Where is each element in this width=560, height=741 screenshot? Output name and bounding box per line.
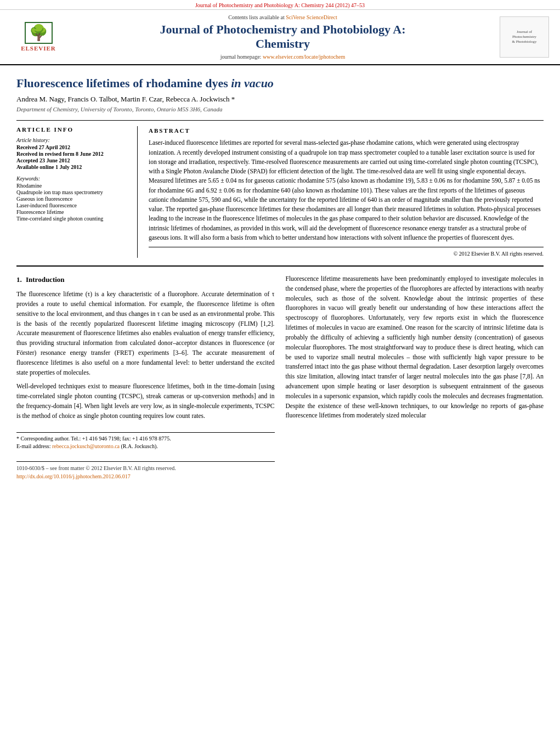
homepage-line: journal homepage: www.elsevier.com/locat… <box>66 54 500 60</box>
article-affiliation: Department of Chemistry, University of T… <box>16 106 544 112</box>
citation-text: Journal of Photochemistry and Photobiolo… <box>195 2 365 8</box>
footnote-email-link[interactable]: rebecca.jockusch@utoronto.ca <box>52 443 121 449</box>
homepage-url-link[interactable]: www.elsevier.com/locate/jphotochem <box>263 54 345 60</box>
article-authors: Andrea M. Nagy, Francis O. Talbot, Marti… <box>16 95 544 104</box>
article-info-label: ARTICLE INFO <box>16 126 126 133</box>
keyword-2: Gaseous ion fluorescence <box>16 196 126 202</box>
footer-rights: 1010-6030/$ – see front matter © 2012 El… <box>16 464 275 473</box>
footnote-email: E-mail address: rebecca.jockusch@utoront… <box>16 443 275 450</box>
body-two-col: 1. Introduction The fluorescence lifetim… <box>16 274 544 481</box>
available-date: Available online 1 July 2012 <box>16 164 126 170</box>
keyword-3: Laser-induced fluorescence <box>16 202 126 208</box>
journal-header: 🌳 ELSEVIER Contents lists available at S… <box>0 10 560 65</box>
section1-num: 1. <box>16 275 22 284</box>
accepted-date: Accepted 23 June 2012 <box>16 157 126 163</box>
body-left-para-1: Well-developed techniques exist to measu… <box>16 382 275 421</box>
keyword-1: Quadrupole ion trap mass spectrometry <box>16 189 126 195</box>
keyword-5: Time-correlated single photon counting <box>16 216 126 222</box>
article-title: Fluorescence lifetimes of rhodamine dyes… <box>16 76 544 90</box>
elsevier-tree-icon: 🌳 <box>29 25 48 41</box>
history-label: Article history: <box>16 137 126 143</box>
elsevier-logo-box: 🌳 <box>25 22 53 44</box>
footer-doi-link[interactable]: http://dx.doi.org/10.1016/j.jphotochem.2… <box>16 473 131 479</box>
copyright-line: © 2012 Elsevier B.V. All rights reserved… <box>149 247 544 258</box>
received-revised-date: Received in revised form 8 June 2012 <box>16 151 126 157</box>
body-left-para-0: The fluorescence lifetime (τ) is a key c… <box>16 290 275 377</box>
journal-mini-title: Journal of Photochemistry & Photobiology <box>512 30 537 44</box>
article-info-col: ARTICLE INFO Article history: Received 2… <box>16 126 126 258</box>
journal-logo-right: Journal of Photochemistry & Photobiology <box>500 16 549 58</box>
sciverse-link[interactable]: SciVerse ScienceDirect <box>286 14 337 20</box>
elsevier-logo-area: 🌳 ELSEVIER <box>11 22 66 52</box>
section1-title: Introduction <box>26 275 65 284</box>
footnote-area: * Corresponding author. Tel.: +1 416 946… <box>16 432 275 450</box>
keywords-block: Keywords: Rhodamine Quadrupole ion trap … <box>16 176 126 222</box>
journal-citation-bar: Journal of Photochemistry and Photobiolo… <box>0 0 560 10</box>
keywords-label: Keywords: <box>16 176 126 182</box>
received-date: Received 27 April 2012 <box>16 144 126 150</box>
header-center: Contents lists available at SciVerse Sci… <box>66 14 500 60</box>
article-history-block: Article history: Received 27 April 2012 … <box>16 137 126 170</box>
sciverse-line: Contents lists available at SciVerse Sci… <box>66 14 500 20</box>
col-divider <box>137 126 138 258</box>
footer-bottom: 1010-6030/$ – see front matter © 2012 El… <box>16 461 275 481</box>
body-left-col: 1. Introduction The fluorescence lifetim… <box>16 274 275 481</box>
keyword-4: Fluorescence lifetime <box>16 209 126 215</box>
footnote-star: * Corresponding author. Tel.: +1 416 946… <box>16 435 275 443</box>
body-right-para-0: Fluorescence lifetime measurements have … <box>286 274 544 421</box>
abstract-col: ABSTRACT Laser-induced fluorescence life… <box>149 126 544 258</box>
abstract-label: ABSTRACT <box>149 126 544 135</box>
keywords-list: Rhodamine Quadrupole ion trap mass spect… <box>16 183 126 222</box>
keyword-0: Rhodamine <box>16 183 126 189</box>
body-content: 1. Introduction The fluorescence lifetim… <box>16 265 544 481</box>
body-right-col: Fluorescence lifetime measurements have … <box>286 274 544 481</box>
article-info-abstract: ARTICLE INFO Article history: Received 2… <box>16 120 544 258</box>
main-content: Fluorescence lifetimes of rhodamine dyes… <box>0 65 560 492</box>
abstract-text: Laser-induced fluorescence lifetimes are… <box>149 138 544 242</box>
section1-heading: 1. Introduction <box>16 274 275 285</box>
journal-title: Journal of Photochemistry and Photobiolo… <box>66 22 500 52</box>
elsevier-text: ELSEVIER <box>21 45 56 52</box>
